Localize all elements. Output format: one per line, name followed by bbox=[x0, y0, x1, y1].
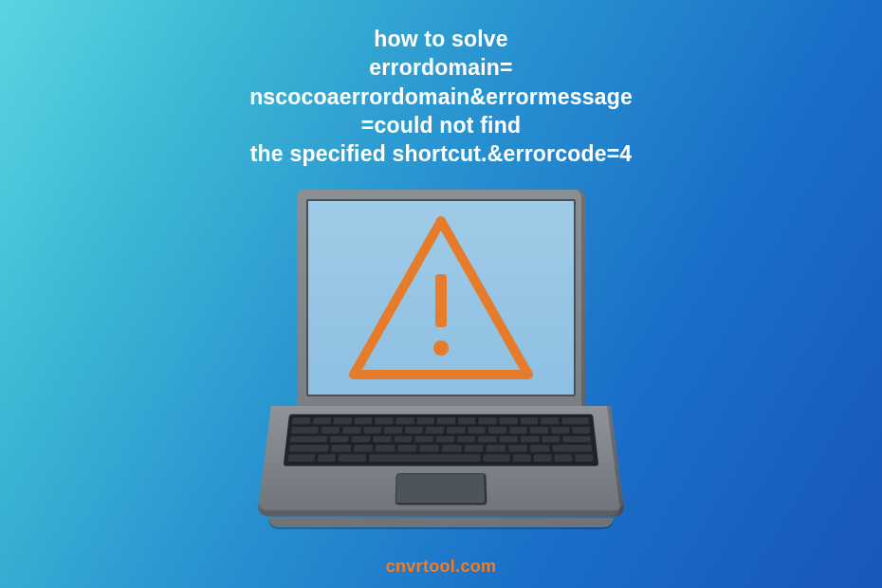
svg-rect-0 bbox=[435, 274, 447, 327]
title-line-3: nscocoaerrordomain&errormessage bbox=[109, 83, 773, 111]
title-line-4: =could not find bbox=[109, 111, 773, 139]
warning-triangle-icon bbox=[346, 215, 536, 381]
laptop-front-edge bbox=[268, 518, 614, 527]
laptop-illustration bbox=[237, 190, 645, 527]
svg-point-1 bbox=[433, 340, 449, 356]
laptop-keyboard bbox=[284, 414, 599, 467]
title-line-5: the specified shortcut.&errorcode=4 bbox=[109, 139, 773, 168]
laptop-deck bbox=[257, 406, 625, 516]
title-line-2: errordomain= bbox=[109, 53, 773, 82]
laptop-lid bbox=[297, 190, 585, 408]
laptop-trackpad bbox=[395, 473, 487, 505]
laptop-screen bbox=[306, 199, 576, 396]
footer-credit: cnvrtool.com bbox=[386, 557, 497, 577]
title-line-1: how to solve bbox=[109, 25, 773, 53]
title-text: how to solve errordomain= nscocoaerrordo… bbox=[109, 25, 773, 169]
